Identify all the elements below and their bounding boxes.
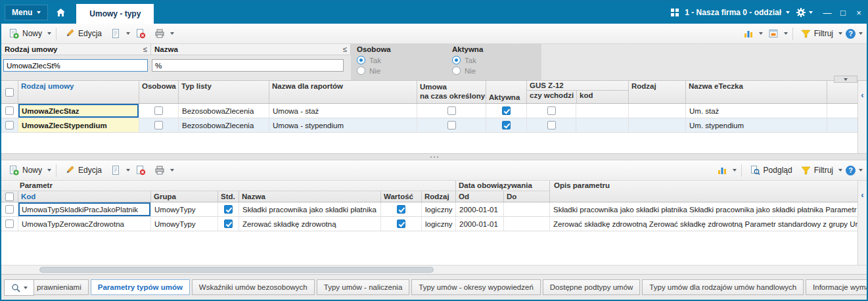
tab-typy-umow-dla-rodzajow[interactable]: Typy umów dla rodzajów umów handlowych	[642, 279, 804, 295]
cell-kod[interactable]	[576, 104, 629, 118]
column-header-wartosc[interactable]: Wartość	[381, 191, 422, 202]
filter-dropdown-chevron[interactable]	[838, 169, 842, 172]
edit-button[interactable]: Edycja	[61, 26, 105, 41]
radio-aktywna-nie[interactable]: Nie	[452, 66, 536, 75]
column-header-umowa-na-czas[interactable]: Umowa na czas określony	[417, 81, 486, 103]
open-document-button[interactable]	[107, 26, 124, 41]
tab-search-button[interactable]	[4, 279, 34, 296]
row-checkbox[interactable]	[5, 220, 14, 228]
cell-rodzaj[interactable]	[629, 104, 686, 118]
help-dropdown-chevron[interactable]	[859, 169, 863, 172]
menu-button[interactable]: Menu	[5, 5, 48, 20]
cell-typ-listy[interactable]: BezosobowaZlecenia	[179, 104, 269, 118]
cell-grupa[interactable]: UmowyTypy	[151, 217, 218, 231]
aktywna-checkbox[interactable]	[502, 106, 511, 115]
tab-prawnieniami[interactable]: prawnieniami	[30, 279, 89, 295]
column-header-czy-wchodzi[interactable]: czy wchodzi	[527, 91, 577, 103]
cell-grupa[interactable]: UmowyTypy	[151, 202, 218, 216]
czy-wchodzi-checkbox[interactable]	[547, 121, 556, 129]
tab-parametry-typow-umow[interactable]: Parametry typów umów	[91, 279, 190, 295]
column-header-gus-z12[interactable]: GUS Z-12 czy wchodzi kod	[527, 81, 629, 103]
cell-rodzaj[interactable]: logiczny	[422, 202, 456, 216]
cell-nazwa-dla-raportow[interactable]: Umowa - staż	[269, 104, 417, 118]
cell-nazwa[interactable]: Zerować składkę zdrowotną	[239, 217, 381, 231]
print-button[interactable]	[151, 163, 168, 177]
grid-side-strip[interactable]: ‹	[857, 181, 867, 265]
radio-aktywna-tak[interactable]: Tak	[452, 56, 536, 64]
chart-button[interactable]	[740, 26, 757, 41]
filter-column-nazwa[interactable]: Nazwa ≤	[151, 44, 351, 55]
column-header-kod[interactable]: Kod	[18, 191, 151, 202]
filter-column-rodzaj-umowy[interactable]: Rodzaj umowy ≤	[1, 44, 151, 55]
cell-nazwa-eteczka[interactable]: Um. staż	[686, 104, 827, 118]
delete-button[interactable]	[132, 163, 149, 177]
help-dropdown-chevron[interactable]	[859, 32, 863, 35]
cell-rodzaj-umowy[interactable]: UmowaZlecStaz	[18, 104, 139, 118]
umowa-na-czas-checkbox[interactable]	[447, 106, 456, 115]
radio-icon[interactable]	[357, 66, 365, 75]
filter-input-rodzaj-umowy[interactable]	[3, 59, 148, 72]
osobowa-checkbox[interactable]	[154, 121, 163, 129]
cell-nazwa-eteczka[interactable]: Um. stypendium	[686, 118, 827, 132]
column-header-rodzaj[interactable]: Rodzaj	[422, 191, 456, 202]
cell-rodzaj[interactable]	[629, 118, 686, 132]
std-checkbox[interactable]	[224, 205, 233, 214]
tab-typy-umow-okresy-wypowiedzen[interactable]: Typy umów - okresy wypowiedzeń	[411, 279, 540, 295]
column-header-grupa[interactable]: Grupa	[151, 191, 218, 202]
filter-button[interactable]: Filtruj	[798, 164, 836, 177]
osobowa-checkbox[interactable]	[154, 106, 163, 115]
horizontal-scrollbar[interactable]	[1, 265, 867, 274]
cell-kod[interactable]	[576, 118, 629, 132]
filter-operator-button[interactable]: ≤	[343, 45, 347, 53]
cell-kod[interactable]: UmowaTypSkladkiPracJakoPlatnik	[18, 202, 151, 216]
settings-button[interactable]	[796, 8, 813, 17]
grid-side-strip[interactable]: ‹	[857, 81, 867, 153]
column-header-od[interactable]: Od	[456, 191, 504, 202]
new-button[interactable]: Nowy	[5, 163, 45, 177]
std-checkbox[interactable]	[224, 220, 233, 228]
cell-od[interactable]: 2000-01-01	[456, 202, 504, 216]
splitter[interactable]	[1, 153, 867, 160]
column-header-aktywna[interactable]: Aktywna	[486, 81, 527, 103]
filter-dropdown-chevron[interactable]	[838, 32, 842, 35]
tab-dostepne-podtypy-umow[interactable]: Dostępne podtypy umów	[543, 279, 641, 295]
wartosc-checkbox[interactable]	[397, 220, 405, 228]
cell-do[interactable]	[504, 217, 550, 231]
row-checkbox[interactable]	[5, 121, 14, 129]
cell-nazwa-dla-raportow[interactable]: Umowa - stypendium	[269, 118, 417, 132]
open-document-button[interactable]	[107, 163, 124, 177]
new-dropdown-chevron[interactable]	[47, 32, 51, 35]
column-header-std[interactable]: Std.	[218, 191, 239, 202]
open-dropdown-chevron[interactable]	[126, 32, 130, 35]
column-header-osobowa[interactable]: Osobowa	[139, 81, 179, 103]
open-dropdown-chevron[interactable]	[126, 169, 130, 172]
parameter-row-zerowac[interactable]: UmowaTypZerowacZdrowotna UmowyTypy Zerow…	[1, 217, 857, 231]
company-selector[interactable]: 1 - Nasza firma 0 - oddział	[685, 8, 790, 17]
radio-icon[interactable]	[452, 56, 461, 64]
close-button[interactable]: ×	[851, 8, 867, 18]
row-checkbox[interactable]	[5, 205, 14, 214]
cell-nazwa[interactable]: Składki pracownika jako składki płatnika	[239, 202, 381, 216]
cell-rodzaj-umowy[interactable]: UmowaZlecStypendium	[18, 118, 139, 132]
cell-do[interactable]	[504, 202, 550, 216]
cell-opis[interactable]: Zerować składkę zdrowotną Zerować składk…	[550, 217, 857, 231]
new-button[interactable]: Nowy	[5, 26, 45, 41]
column-header-kod[interactable]: kod	[577, 91, 628, 103]
chart-dropdown-chevron[interactable]	[759, 32, 763, 35]
minimize-button[interactable]: —	[819, 8, 835, 18]
radio-icon[interactable]	[452, 66, 461, 75]
column-header-nazwa-dla-raportow[interactable]: Nazwa dla raportów	[269, 81, 417, 103]
edit-button[interactable]: Edycja	[61, 163, 105, 177]
column-header-typ-listy[interactable]: Typ listy	[179, 81, 269, 103]
cell-kod[interactable]: UmowaTypZerowacZdrowotna	[18, 217, 151, 231]
cell-opis[interactable]: Składki pracownika jako składki płatnika…	[550, 202, 857, 216]
row-checkbox[interactable]	[5, 106, 14, 115]
filter-collapse-button[interactable]	[834, 76, 857, 83]
tab-umowy-typy[interactable]: Umowy - typy	[76, 4, 154, 24]
column-header-nazwa-eteczka[interactable]: Nazwa eTeczka	[686, 81, 827, 103]
help-icon[interactable]: ?	[846, 29, 856, 39]
analysis-button[interactable]	[765, 26, 782, 41]
apps-grid-icon[interactable]	[671, 9, 679, 16]
aktywna-checkbox[interactable]	[502, 121, 511, 129]
print-button[interactable]	[151, 26, 168, 41]
